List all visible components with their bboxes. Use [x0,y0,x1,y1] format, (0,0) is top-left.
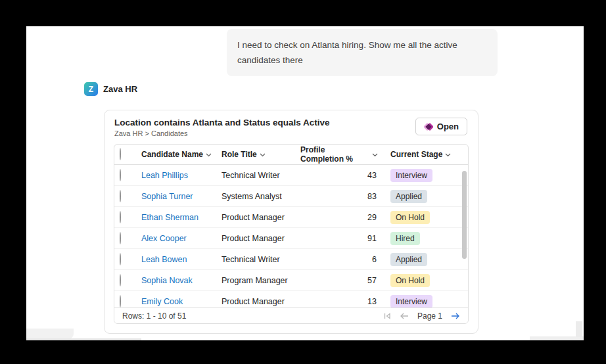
profile-completion-cell: 57 [300,276,379,285]
profile-completion-cell: 43 [300,171,379,180]
candidate-name-link[interactable]: Alex Cooper [141,234,221,243]
role-title-cell: Systems Analyst [221,192,300,201]
column-label: Role Title [221,150,257,159]
row-checkbox[interactable] [120,190,121,202]
window-scrollbar-fragment [576,321,582,337]
user-message-bubble: I need to check on Atlanta hiring. Show … [227,29,498,76]
stage-badge: Interview [390,295,432,308]
select-all-checkbox[interactable] [120,148,121,160]
stage-badge: Interview [390,169,432,182]
open-button[interactable]: Open [415,118,467,135]
table-row: Leah Bowen Technical Writer 6 Applied [114,249,468,270]
pagination: Page 1 [383,311,460,321]
candidate-name-link[interactable]: Sophia Turner [141,192,221,201]
stage-badge: On Hold [390,274,430,287]
chevron-down-icon [445,153,451,157]
table-footer: Rows: 1 - 10 of 51 Page 1 [114,307,468,323]
chevron-down-icon [206,153,212,157]
breadcrumb: Zava HR > Candidates [114,129,188,137]
results-card: Location contains Atlanta and Status equ… [104,110,478,334]
stage-badge: Hired [390,232,420,245]
table-row: Ethan Sherman Product Manager 29 On Hold [114,207,468,228]
next-page-icon[interactable] [450,312,460,320]
profile-completion-cell: 91 [300,234,379,243]
role-title-cell: Product Manager [221,297,300,306]
role-title-cell: Technical Writer [221,255,300,264]
row-checkbox[interactable] [120,274,121,286]
table-row: Emily Cook Product Manager 13 Interview [114,291,468,308]
chevron-down-icon [260,153,266,157]
agent-header: Z Zava HR [84,82,137,96]
column-header-role-title[interactable]: Role Title [221,150,300,159]
table-row: Alex Cooper Product Manager 91 Hired [114,228,468,249]
column-label: Candidate Name [141,150,203,159]
power-apps-icon [424,122,433,131]
row-checkbox[interactable] [120,211,121,223]
table-body: Leah Phillips Technical Writer 43 Interv… [114,165,468,308]
page-number-label: Page 1 [417,311,442,321]
candidates-table: Candidate Name Role Title Profile Comple… [114,144,469,324]
table-row: Sophia Novak Program Manager 57 On Hold [114,270,468,291]
cropped-ui-fragment-left [26,329,74,339]
cropped-ui-edge-left [26,338,141,340]
first-page-icon[interactable] [383,311,392,321]
candidate-name-link[interactable]: Ethan Sherman [141,213,221,222]
agent-icon-letter: Z [89,85,93,94]
table-row: Leah Phillips Technical Writer 43 Interv… [114,165,468,186]
candidate-name-link[interactable]: Leah Phillips [141,171,221,180]
role-title-cell: Product Manager [221,234,300,243]
table-header-row: Candidate Name Role Title Profile Comple… [114,145,468,165]
table-scrollbar-thumb[interactable] [462,171,467,259]
role-title-cell: Program Manager [221,276,300,285]
row-checkbox[interactable] [120,253,121,265]
row-checkbox[interactable] [120,295,121,307]
agent-name: Zava HR [103,84,137,94]
column-header-candidate-name[interactable]: Candidate Name [141,150,221,159]
stage-badge: Applied [390,190,427,203]
profile-completion-cell: 29 [300,213,379,222]
candidate-name-link[interactable]: Emily Cook [141,297,221,306]
profile-completion-cell: 13 [300,297,379,306]
stage-badge: Applied [390,253,427,266]
row-checkbox[interactable] [120,232,121,244]
candidate-name-link[interactable]: Sophia Novak [141,276,221,285]
chat-window: I need to check on Atlanta hiring. Show … [26,26,584,340]
previous-page-icon[interactable] [400,312,409,320]
open-button-label: Open [437,122,459,131]
candidate-name-link[interactable]: Leah Bowen [141,255,221,264]
profile-completion-cell: 83 [300,192,379,201]
card-title: Location contains Atlanta and Status equ… [114,118,330,127]
rows-count-label: Rows: 1 - 10 of 51 [122,311,186,321]
profile-completion-cell: 6 [300,255,379,264]
user-message-text: I need to check on Atlanta hiring. Show … [237,40,457,65]
role-title-cell: Product Manager [221,213,300,222]
column-header-profile-completion[interactable]: Profile Completion % [300,145,379,164]
column-label: Profile Completion % [300,145,369,164]
column-header-current-stage[interactable]: Current Stage [379,150,468,159]
zava-hr-logo-icon: Z [84,82,98,96]
column-label: Current Stage [390,150,442,159]
role-title-cell: Technical Writer [221,171,300,180]
stage-badge: On Hold [390,211,430,224]
row-checkbox[interactable] [120,169,121,181]
chevron-down-icon [372,153,378,157]
table-row: Sophia Turner Systems Analyst 83 Applied [114,186,468,207]
